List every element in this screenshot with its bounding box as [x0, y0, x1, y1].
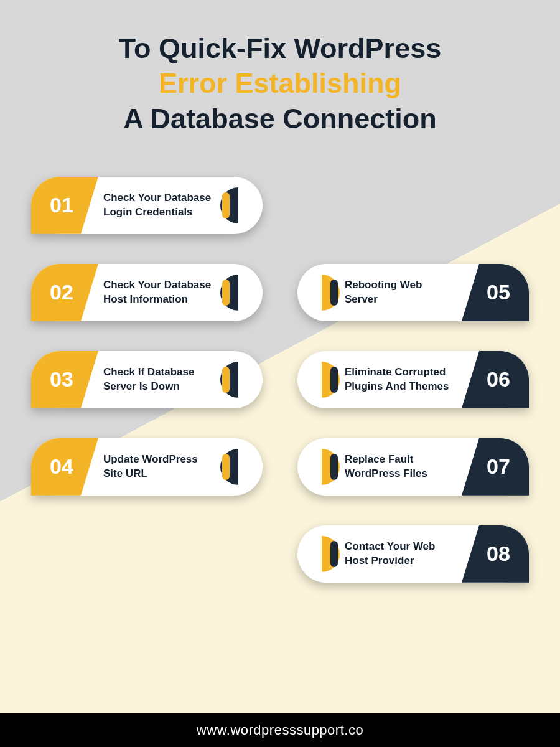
- step-card-7: Replace Fault WordPress Files 07: [297, 438, 529, 496]
- step-number: 01: [50, 193, 73, 217]
- title-line-1: To Quick-Fix WordPress: [119, 32, 441, 64]
- spacer: [297, 177, 529, 234]
- step-text: Contact Your Web Host Provider: [345, 540, 457, 568]
- step-text: Check If Database Server Is Down: [103, 365, 219, 394]
- title-line-2: Error Establishing: [159, 67, 401, 99]
- step-card-5: Rebooting Web Server 05: [297, 264, 529, 321]
- step-text: Update WordPress Site URL: [103, 453, 219, 481]
- step-number: 07: [487, 454, 510, 479]
- step-number: 05: [487, 280, 510, 304]
- title-line-3: A Database Connection: [123, 103, 436, 134]
- step-text: Check Your Database Host Information: [103, 278, 219, 307]
- step-card-3: Check If Database Server Is Down 03: [31, 351, 263, 408]
- step-card-2: Check Your Database Host Information 02: [31, 264, 263, 321]
- step-card-4: Update WordPress Site URL 04: [31, 438, 263, 496]
- row-1: Check Your Database Login Credentials 01: [31, 177, 529, 234]
- step-text: Rebooting Web Server: [345, 278, 457, 307]
- step-text: Replace Fault WordPress Files: [345, 453, 457, 481]
- steps-grid: Check Your Database Login Credentials 01…: [31, 177, 529, 583]
- footer-url: www.wordpresssupport.co: [197, 722, 363, 738]
- row-5: Contact Your Web Host Provider 08: [31, 525, 529, 583]
- spacer: [31, 525, 263, 583]
- step-number: 03: [50, 367, 73, 392]
- step-card-8: Contact Your Web Host Provider 08: [297, 525, 529, 583]
- page-title: To Quick-Fix WordPress Error Establishin…: [31, 31, 529, 136]
- step-card-6: Eliminate Corrupted Plugins And Themes 0…: [297, 351, 529, 408]
- step-number: 08: [487, 542, 510, 566]
- row-3: Check If Database Server Is Down 03 Elim…: [31, 351, 529, 408]
- step-text: Check Your Database Login Credentials: [103, 191, 219, 220]
- step-number: 02: [50, 280, 73, 304]
- row-2: Check Your Database Host Information 02 …: [31, 264, 529, 321]
- main-content: To Quick-Fix WordPress Error Establishin…: [0, 0, 560, 583]
- step-number: 04: [50, 454, 73, 479]
- step-card-1: Check Your Database Login Credentials 01: [31, 177, 263, 234]
- step-text: Eliminate Corrupted Plugins And Themes: [345, 365, 457, 394]
- step-number: 06: [487, 367, 510, 392]
- footer-bar: www.wordpresssupport.co: [0, 713, 560, 747]
- row-4: Update WordPress Site URL 04 Replace Fau…: [31, 438, 529, 496]
